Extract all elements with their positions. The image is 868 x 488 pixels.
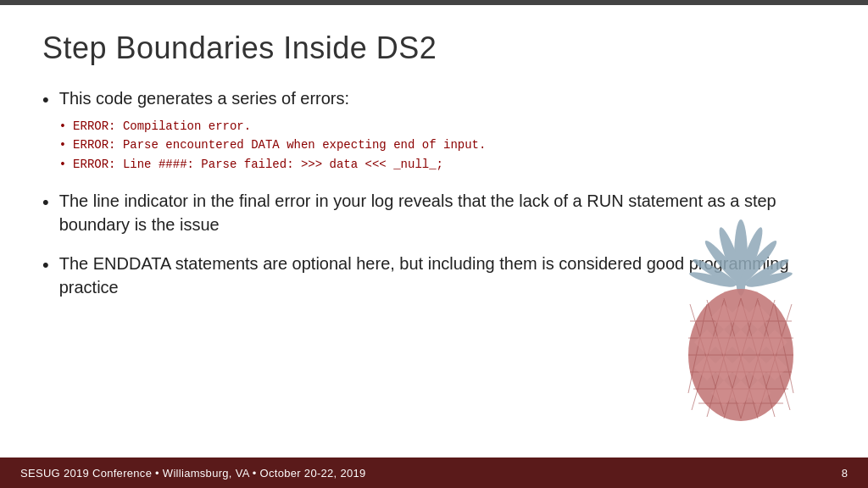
svg-marker-43	[711, 380, 737, 406]
svg-line-23	[741, 300, 775, 419]
svg-marker-36	[728, 355, 754, 380]
svg-marker-28	[728, 304, 754, 330]
footer-left-text: SESUG 2019 Conference • Williamsburg, VA…	[20, 467, 366, 480]
svg-line-19	[741, 298, 775, 417]
svg-marker-41	[728, 380, 754, 406]
svg-marker-34	[762, 330, 787, 355]
bullet-label-3: The ENDDATA statements are optional here…	[59, 254, 789, 297]
svg-marker-33	[711, 330, 737, 355]
footer: SESUG 2019 Conference • Williamsburg, VA…	[0, 458, 868, 488]
bullet-text-2: The line indicator in the final error in…	[59, 189, 826, 236]
svg-marker-37	[745, 355, 771, 380]
bullet-label-2: The line indicator in the final error in…	[59, 191, 776, 234]
bullet-label-1: This code generates a series of errors:	[59, 89, 349, 108]
sub-item-1-2: ERROR: Parse encountered DATA when expec…	[59, 136, 826, 154]
content-area: Step Boundaries Inside DS2 This code gen…	[0, 5, 868, 458]
svg-marker-38	[711, 355, 737, 380]
bullet-text-3: The ENDDATA statements are optional here…	[59, 252, 826, 299]
svg-line-26	[692, 300, 724, 410]
svg-marker-30	[711, 304, 737, 330]
svg-line-21	[775, 304, 793, 393]
svg-marker-32	[745, 330, 771, 355]
svg-marker-31	[728, 330, 754, 355]
bullet-item-3: The ENDDATA statements are optional here…	[42, 252, 826, 299]
svg-line-27	[688, 304, 707, 393]
main-bullet-list: This code generates a series of errors: …	[42, 86, 826, 299]
sub-item-1-1: ERROR: Compilation error.	[59, 117, 826, 136]
svg-line-16	[690, 304, 724, 414]
svg-marker-35	[694, 330, 720, 355]
svg-marker-42	[745, 380, 771, 406]
svg-marker-29	[745, 304, 771, 330]
sub-item-1-3: ERROR: Line ####: Parse failed: >>> data…	[59, 155, 826, 174]
svg-line-22	[758, 304, 792, 414]
bullet-item-2: The line indicator in the final error in…	[42, 189, 826, 236]
bullet-item-1: This code generates a series of errors: …	[42, 86, 826, 174]
svg-line-24	[724, 298, 758, 419]
slide-title: Step Boundaries Inside DS2	[42, 30, 826, 66]
bullet-text-1: This code generates a series of errors: …	[59, 86, 826, 174]
sub-list-1: ERROR: Compilation error. ERROR: Parse e…	[59, 114, 826, 174]
svg-point-9	[688, 289, 793, 421]
svg-line-20	[758, 300, 790, 410]
svg-marker-40	[694, 355, 720, 380]
svg-line-18	[724, 298, 758, 419]
svg-line-25	[707, 298, 741, 417]
slide: Step Boundaries Inside DS2 This code gen…	[0, 0, 868, 488]
svg-marker-39	[762, 355, 787, 380]
svg-line-17	[707, 300, 741, 419]
footer-page-number: 8	[842, 467, 848, 480]
